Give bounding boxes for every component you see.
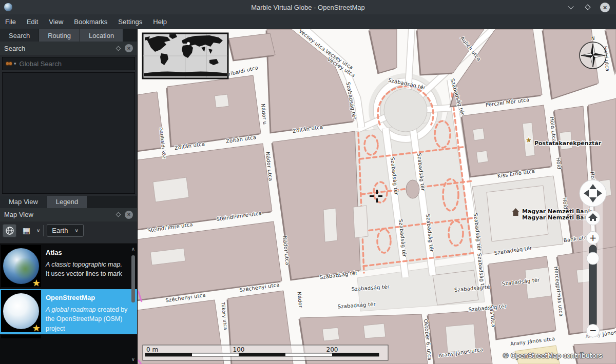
map-view-panel-title: Map View	[4, 211, 33, 218]
scale-end-label: 200	[326, 346, 338, 353]
float-panel-icon[interactable]	[116, 212, 121, 217]
home-icon	[592, 219, 594, 221]
tab-legend[interactable]: Legend	[47, 196, 87, 208]
close-icon: ×	[603, 4, 607, 11]
overview-map[interactable]	[143, 33, 228, 78]
scroll-up-icon[interactable]: ∧	[130, 246, 137, 252]
float-panel-icon[interactable]	[116, 46, 121, 51]
menu-settings[interactable]: Settings	[118, 18, 142, 26]
maximize-button[interactable]	[583, 3, 592, 12]
theme-description: the OpenStreetMap (OSM)	[46, 314, 127, 324]
zoom-slider-handle[interactable]	[587, 252, 599, 265]
minimize-button[interactable]	[566, 3, 575, 12]
binoculars-icon	[6, 62, 12, 66]
sidebar: Search Routing Location Search × ▾ Globa…	[0, 29, 138, 364]
map-building	[353, 206, 368, 238]
map-building	[476, 151, 488, 163]
search-mode-dropdown-icon[interactable]: ▾	[14, 61, 16, 66]
atlas-thumbnail: ★	[1, 245, 41, 287]
tab-location[interactable]: Location	[80, 29, 123, 42]
minimize-icon	[568, 4, 573, 9]
map-building	[215, 94, 229, 108]
planet-select[interactable]: Earth ∨	[47, 224, 83, 237]
panel-tab-bar: Search Routing Location	[0, 29, 137, 42]
search-panel-header: Search ×	[0, 42, 137, 55]
scrollbar-handle[interactable]	[131, 255, 135, 302]
navigation-controls: + −	[580, 179, 606, 341]
openstreetmap-thumbnail: ★	[1, 290, 41, 332]
theme-list-scrollbar[interactable]: ∧ ∨	[130, 245, 137, 363]
theme-description: project	[46, 324, 127, 334]
favorite-star-icon[interactable]: ★	[32, 277, 41, 289]
planet-select-value: Earth	[52, 227, 68, 234]
close-panel-icon[interactable]: ×	[125, 211, 133, 219]
theme-description: A global roadmap created by	[46, 305, 127, 315]
search-input[interactable]: ▾ Global Search	[2, 57, 135, 70]
poi-label: Postatakarékpénztár	[534, 140, 602, 147]
theme-item-atlas[interactable]: ★ Atlas A classic topographic map. It us…	[0, 244, 137, 289]
theme-item-satellite[interactable]: Satellite View	[0, 334, 137, 338]
viewport-marker	[187, 42, 190, 45]
theme-title: Atlas	[46, 249, 122, 256]
application-window: Marble Virtual Globe - OpenStreetMap × F…	[0, 0, 616, 364]
theme-description: It uses vector lines to mark	[46, 269, 122, 279]
close-panel-icon[interactable]: ×	[125, 44, 133, 52]
marble-logo-icon	[4, 3, 12, 11]
menu-view[interactable]: View	[49, 18, 63, 26]
window-title: Marble Virtual Globe - OpenStreetMap	[0, 4, 616, 11]
tab-search[interactable]: Search	[0, 29, 38, 42]
theme-item-openstreetmap[interactable]: ★ OpenStreetMap A global roadmap created…	[0, 289, 137, 334]
map-building	[322, 328, 339, 341]
maximize-icon	[585, 4, 590, 10]
star-poi-icon: ★	[526, 136, 532, 144]
map-building	[473, 128, 485, 140]
title-bar[interactable]: Marble Virtual Globe - OpenStreetMap ×	[0, 0, 616, 14]
attribution: © OpenStreetMap contributors	[503, 352, 602, 359]
map-theme-list[interactable]: ★ Atlas A classic topographic map. It us…	[0, 244, 137, 364]
menu-edit[interactable]: Edit	[27, 18, 38, 26]
north-label: N	[591, 36, 595, 41]
theme-title: OpenStreetMap	[46, 294, 127, 301]
scale-mid-label: 100	[233, 346, 245, 353]
grid-icon: ▦	[23, 226, 30, 235]
map-building	[153, 177, 189, 202]
scroll-down-icon[interactable]: ∨	[130, 356, 137, 362]
menu-file[interactable]: File	[5, 18, 16, 26]
poi-label: Magyar Nemzeti Bank	[522, 214, 592, 221]
theme-description: A classic topographic map.	[46, 260, 122, 270]
scale-bar: 0 m 100 200	[143, 345, 388, 360]
map-building	[363, 323, 386, 338]
zoom-in-label: +	[589, 233, 596, 243]
globe-icon	[5, 226, 14, 235]
close-button[interactable]: ×	[600, 3, 610, 12]
projection-globe-button[interactable]	[3, 224, 16, 237]
map-canvas[interactable]: Garibaldi utcaGaribaldi közNádor uNádor …	[138, 29, 616, 364]
search-placeholder: Global Search	[20, 60, 62, 68]
favorite-star-icon[interactable]: ★	[32, 322, 41, 334]
flat-projection-button[interactable]: ▦	[20, 224, 33, 237]
zoom-out-label: −	[589, 325, 596, 335]
bank-poi-icon	[513, 212, 518, 216]
toolbar-separator	[43, 225, 44, 236]
pan-pad[interactable]	[580, 180, 606, 207]
map-view-toolbar: ▦ ∨ Earth ∨	[0, 221, 137, 240]
search-results-area[interactable]	[2, 72, 135, 194]
tab-routing[interactable]: Routing	[39, 29, 80, 42]
map-building	[323, 208, 337, 242]
tab-map-view[interactable]: Map View	[0, 196, 47, 208]
map-view-panel-header: Map View ×	[0, 208, 137, 221]
search-panel-title: Search	[4, 45, 25, 52]
menu-bar: File Edit View Bookmarks Settings Help	[0, 14, 616, 29]
menu-bookmarks[interactable]: Bookmarks	[74, 18, 107, 26]
projection-dropdown-icon[interactable]: ∨	[36, 228, 40, 233]
view-tab-bar: Map View Legend	[0, 196, 137, 208]
menu-help[interactable]: Help	[153, 18, 167, 26]
square-monument	[406, 180, 419, 198]
map-view[interactable]: Garibaldi utcaGaribaldi közNádor uNádor …	[138, 29, 616, 364]
satellite-thumbnail	[1, 335, 41, 338]
chevron-down-icon: ∨	[74, 228, 78, 233]
scale-start-label: 0 m	[146, 346, 158, 353]
